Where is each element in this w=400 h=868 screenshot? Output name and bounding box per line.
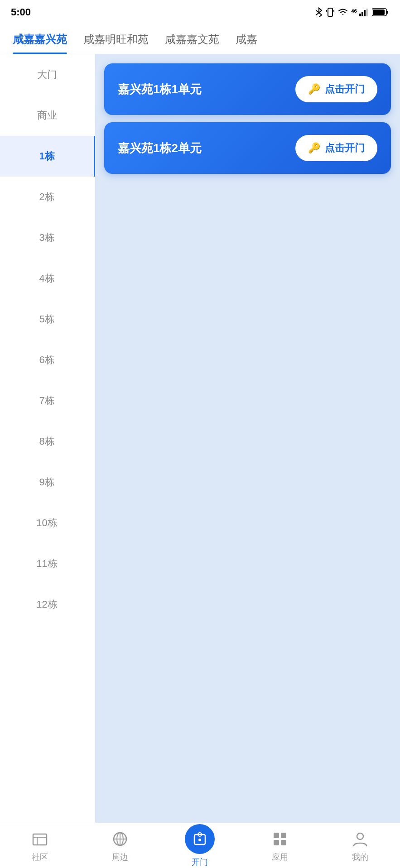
door-open-button-1[interactable]: 🔑 点击开门 [295,76,377,102]
door-card-2: 嘉兴苑1栋2单元 🔑 点击开门 [104,122,391,174]
key-icon-2: 🔑 [308,142,320,154]
community-icon [30,829,50,849]
svg-rect-1 [326,10,327,12]
sidebar-item-b10[interactable]: 10栋 [0,503,95,543]
tab-jiaxingyuan[interactable]: 咸嘉嘉兴苑 [5,32,75,54]
nav-label-nearby: 周边 [112,852,128,863]
nav-label-opendoor: 开门 [192,857,208,868]
bluetooth-icon [315,7,323,17]
sidebar-item-b4[interactable]: 4栋 [0,258,95,299]
apps-icon [270,829,290,849]
sidebar-item-b1[interactable]: 1栋 [0,136,95,177]
nav-item-mine[interactable]: 我的 [320,829,400,863]
tab-xianjia[interactable]: 咸嘉 [227,32,265,54]
svg-rect-10 [33,834,47,845]
svg-rect-2 [333,10,334,12]
battery-icon [372,8,389,17]
key-icon-1: 🔑 [308,83,320,95]
svg-rect-5 [364,10,366,16]
nav-item-apps[interactable]: 应用 [240,829,320,863]
sidebar-item-b11[interactable]: 11栋 [0,543,95,584]
nav-item-nearby[interactable]: 周边 [80,829,160,863]
sidebar-item-b2[interactable]: 2栋 [0,177,95,217]
svg-rect-0 [328,8,333,16]
svg-rect-21 [281,833,286,838]
svg-rect-20 [274,833,279,838]
bottom-nav: 社区 周边 开门 [0,823,400,868]
status-time: 5:00 [11,6,31,18]
sidebar-item-commercial[interactable]: 商业 [0,95,95,136]
sidebar-item-gate[interactable]: 大门 [0,54,95,95]
nearby-icon [110,829,130,849]
status-bar: 5:00 ⁴⁶ [0,0,400,23]
mine-icon [350,829,370,849]
door-card-1: 嘉兴苑1栋1单元 🔑 点击开门 [104,63,391,115]
door-open-button-2[interactable]: 🔑 点击开门 [295,135,377,161]
tab-header: 咸嘉嘉兴苑 咸嘉明旺和苑 咸嘉嘉文苑 咸嘉 [0,23,400,54]
signal-bars-icon [359,8,369,16]
tab-jiawenyuan[interactable]: 咸嘉嘉文苑 [157,32,227,54]
sidebar-item-b8[interactable]: 8栋 [0,421,95,462]
opendoor-icon [185,824,215,854]
right-panel: 嘉兴苑1栋1单元 🔑 点击开门 嘉兴苑1栋2单元 🔑 点击开门 [95,54,400,823]
svg-rect-8 [373,10,385,15]
door-card-2-title: 嘉兴苑1栋2单元 [118,140,202,156]
svg-point-19 [198,839,201,841]
sidebar-item-b3[interactable]: 3栋 [0,217,95,258]
vibrate-icon [326,7,335,17]
door-card-1-title: 嘉兴苑1栋1单元 [118,82,202,97]
svg-point-24 [357,833,363,839]
nav-label-community: 社区 [32,852,48,863]
nav-label-apps: 应用 [272,852,288,863]
sidebar-item-b12[interactable]: 12栋 [0,584,95,625]
signal-icon: ⁴⁶ [351,8,357,17]
sidebar-item-b5[interactable]: 5栋 [0,299,95,340]
sidebar-item-b9[interactable]: 9栋 [0,462,95,503]
svg-rect-3 [359,14,361,16]
svg-rect-23 [281,840,286,845]
nav-item-opendoor[interactable]: 开门 [160,824,240,868]
main-content: 大门 商业 1栋 2栋 3栋 4栋 5栋 6栋 7栋 8栋 9栋 [0,54,400,823]
sidebar: 大门 商业 1栋 2栋 3栋 4栋 5栋 6栋 7栋 8栋 9栋 [0,54,95,823]
nav-label-mine: 我的 [352,852,368,863]
svg-rect-4 [361,12,363,16]
svg-rect-22 [274,840,279,845]
svg-rect-6 [366,9,368,16]
sidebar-item-b7[interactable]: 7栋 [0,380,95,421]
svg-rect-9 [386,11,388,14]
sidebar-item-b6[interactable]: 6栋 [0,340,95,380]
tab-mingwanghe[interactable]: 咸嘉明旺和苑 [75,32,157,54]
nav-item-community[interactable]: 社区 [0,829,80,863]
wifi-icon [337,8,348,16]
status-icons: ⁴⁶ [315,7,389,17]
